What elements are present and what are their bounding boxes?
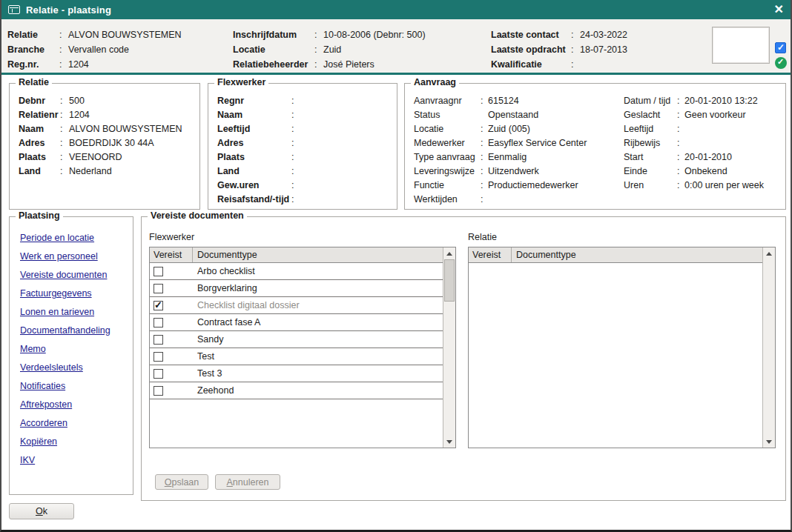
scroll-up-button[interactable] xyxy=(443,247,455,259)
vereist-checkbox[interactable] xyxy=(154,369,163,379)
window-title: Relatie - plaatsing xyxy=(26,4,111,16)
scroll-down-button[interactable] xyxy=(763,436,775,448)
field-value: 10-08-2006 (Debnr: 500) xyxy=(323,30,426,40)
table-body: Arbo checklist Borgverklaring Checklist … xyxy=(150,263,443,448)
app-window: Relatie - plaatsing ✕ Relatie:ALVON BOUW… xyxy=(0,0,792,532)
field-label: Uren xyxy=(624,179,677,193)
annuleren-button[interactable]: Annuleren xyxy=(215,474,280,490)
scrollbar-thumb[interactable] xyxy=(444,259,455,302)
panel-legend: Aanvraag xyxy=(411,77,459,87)
field-separator: : xyxy=(571,44,580,55)
vereist-checkbox[interactable] xyxy=(154,284,163,293)
aanvraag-left-column: Aanvraagnr:615124 StatusOpenstaand Locat… xyxy=(414,94,624,209)
link-factuurgegevens[interactable]: Factuurgegevens xyxy=(20,285,128,303)
vereist-checkbox[interactable] xyxy=(154,386,163,396)
field-label: Gew.uren xyxy=(217,179,291,193)
header-field: Relatiebeheerder:José Pieters xyxy=(233,57,426,72)
field-value xyxy=(300,122,391,136)
vereist-checkbox[interactable] xyxy=(154,267,163,276)
document-row[interactable]: Borgverklaring xyxy=(150,280,443,297)
field-value: 1204 xyxy=(68,59,182,70)
header-field: Relatie:ALVON BOUWSYSTEMEN xyxy=(7,27,182,42)
field-value: VEENOORD xyxy=(69,150,192,164)
relatie-documents-table: Vereist Documenttype xyxy=(468,247,776,448)
field-label: Inschrijfdatum xyxy=(233,30,314,40)
field-label: Reg.nr. xyxy=(7,59,59,70)
documenttype-label: Borgverklaring xyxy=(193,283,443,293)
field-row: Leeftijd: xyxy=(624,122,779,136)
field-row: Medewerker:Easyflex Service Center xyxy=(414,136,624,150)
vereist-checkbox[interactable] xyxy=(154,301,163,310)
field-label: Land xyxy=(217,164,291,179)
field-row: Functie:Productiemedewerker xyxy=(414,179,624,193)
relatie-table-scrollbar[interactable] xyxy=(762,247,775,448)
opslaan-button[interactable]: Opslaan xyxy=(155,474,208,490)
document-row[interactable]: Test 3 xyxy=(150,365,443,382)
field-separator: : xyxy=(60,136,69,150)
link-documentafhandeling[interactable]: Documentafhandeling xyxy=(20,322,128,340)
link-kopieren[interactable]: Kopiëren xyxy=(20,433,128,451)
field-label: Leeftijd xyxy=(217,122,291,136)
field-row: Datum / tijd:20-01-2010 13:22 xyxy=(624,94,779,108)
field-value xyxy=(300,150,391,164)
link-notificaties[interactable]: Notificaties xyxy=(20,377,128,396)
link-memo[interactable]: Memo xyxy=(20,340,128,359)
field-separator: : xyxy=(677,108,684,122)
scroll-down-button[interactable] xyxy=(443,436,455,448)
field-value: Eenmalig xyxy=(488,150,624,164)
document-row[interactable]: Test xyxy=(150,348,443,365)
field-label: Regnr xyxy=(217,94,291,108)
field-row: Naam: xyxy=(217,108,391,122)
document-row[interactable]: Sandy xyxy=(150,331,443,348)
status-ok-icon[interactable] xyxy=(775,57,787,69)
vereist-checkbox[interactable] xyxy=(154,318,163,327)
panel-vereiste-documenten: Vereiste documenten Flexwerker Vereist D… xyxy=(141,216,786,501)
close-icon[interactable]: ✕ xyxy=(774,4,784,16)
link-verdeelsleutels[interactable]: Verdeelsleutels xyxy=(20,359,128,377)
link-werk-en-personeel[interactable]: Werk en personeel xyxy=(20,247,128,266)
field-value xyxy=(300,136,391,150)
field-row: Einde:Onbekend xyxy=(624,164,779,179)
field-value: Nederland xyxy=(69,164,192,179)
scroll-up-button[interactable] xyxy=(763,247,775,259)
link-aftrekposten[interactable]: Aftrekposten xyxy=(20,396,128,414)
window-icon xyxy=(8,5,20,14)
titlebar[interactable]: Relatie - plaatsing ✕ xyxy=(1,0,791,19)
field-row: Aanvraagnr:615124 xyxy=(414,94,624,108)
header-checkbox[interactable] xyxy=(775,42,786,53)
vereist-checkbox[interactable] xyxy=(154,335,163,345)
link-ikv[interactable]: IKV xyxy=(20,451,128,470)
document-row[interactable]: Checklist digitaal dossier xyxy=(150,297,443,314)
field-row: Plaats:VEENOORD xyxy=(19,150,192,164)
aanvraag-right-column: Datum / tijd:20-01-2010 13:22 Geslacht:G… xyxy=(624,94,779,209)
field-separator: : xyxy=(481,94,488,108)
field-value: ALVON BOUWSYSTEMEN xyxy=(69,122,192,136)
field-separator: : xyxy=(677,179,684,193)
field-label: Adres xyxy=(19,136,60,150)
field-separator: : xyxy=(291,179,300,193)
document-row[interactable]: Contract fase A xyxy=(150,314,443,331)
field-value xyxy=(300,164,391,179)
field-label: Leeftijd xyxy=(624,122,677,136)
link-periode-en-locatie[interactable]: Periode en locatie xyxy=(20,229,128,247)
link-vereiste-documenten[interactable]: Vereiste documenten xyxy=(20,266,128,285)
photo-placeholder xyxy=(712,27,770,64)
field-row: Start:20-01-2010 xyxy=(624,150,779,164)
document-row[interactable]: Zeehond xyxy=(150,382,443,399)
link-lonen-en-tarieven[interactable]: Lonen en tarieven xyxy=(20,303,128,322)
field-row: Uren:0:00 uren per week xyxy=(624,179,779,193)
header-column-relatie: Relatie:ALVON BOUWSYSTEMEN Branche:Verva… xyxy=(7,27,182,72)
ok-button[interactable]: Ok xyxy=(9,503,74,519)
document-row[interactable]: Arbo checklist xyxy=(150,263,443,280)
table-body xyxy=(469,263,762,448)
link-accorderen[interactable]: Accorderen xyxy=(20,414,128,433)
field-row: Plaats: xyxy=(217,150,391,164)
flexwerker-table-scrollbar[interactable] xyxy=(443,247,455,448)
field-label: Debnr xyxy=(19,94,60,108)
field-label: Naam xyxy=(217,108,291,122)
field-separator: : xyxy=(291,94,300,108)
field-row: Locatie:Zuid (005) xyxy=(414,122,624,136)
header-field: Inschrijfdatum:10-08-2006 (Debnr: 500) xyxy=(233,27,426,42)
vereist-cell xyxy=(150,267,193,276)
vereist-checkbox[interactable] xyxy=(154,352,163,362)
